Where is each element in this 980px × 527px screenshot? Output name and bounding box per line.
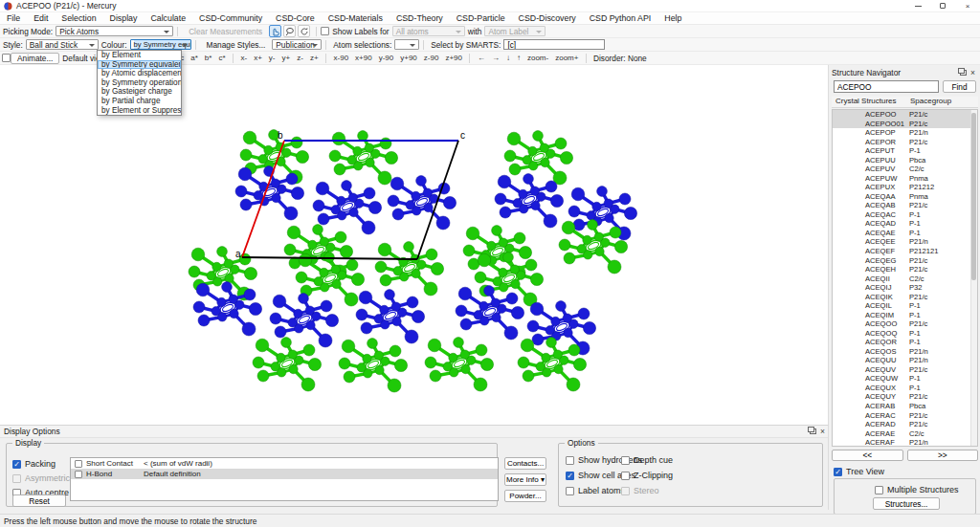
z-clipping-checkbox[interactable] bbox=[621, 472, 630, 480]
label-atoms-checkbox[interactable] bbox=[566, 487, 574, 495]
structure-row-ACEQUY[interactable]: ACEQUYP21/c bbox=[833, 392, 977, 402]
find-button[interactable]: Find bbox=[943, 80, 976, 93]
structure-row-ACEPUT[interactable]: ACEPUTP-1 bbox=[833, 146, 977, 156]
picking-mode-select[interactable]: Pick Atoms bbox=[56, 26, 173, 36]
structure-row-ACERAF[interactable]: ACERAFP21/n bbox=[833, 438, 977, 447]
structure-row-ACEQIK[interactable]: ACEQIKP21/c bbox=[833, 293, 977, 302]
asymmetric-unit-checkbox[interactable] bbox=[12, 474, 21, 483]
close-button[interactable]: × bbox=[955, 0, 980, 12]
packing-checkbox[interactable]: ✓ bbox=[12, 460, 21, 469]
menu-csd-discovery[interactable]: CSD-Discovery bbox=[512, 12, 583, 25]
menu-help[interactable]: Help bbox=[657, 12, 688, 25]
structure-row-ACEQII[interactable]: ACEQIIC2/c bbox=[833, 274, 977, 284]
contact-checkbox[interactable] bbox=[75, 471, 82, 478]
structure-row-ACERAD[interactable]: ACERADP21/c bbox=[833, 420, 977, 429]
labels-atoms-select[interactable]: All atoms bbox=[392, 26, 465, 36]
rotate-mode-icon[interactable] bbox=[298, 25, 310, 37]
structure-row-ACEPUV[interactable]: ACEPUVC2/c bbox=[833, 165, 977, 174]
powder-button[interactable]: Powder... bbox=[504, 490, 546, 502]
structure-row-ACEPUU[interactable]: ACEPUUPbca bbox=[833, 156, 977, 165]
structure-row-ACERAC[interactable]: ACERACP21/c bbox=[833, 411, 977, 421]
stereo-checkbox[interactable] bbox=[621, 487, 630, 495]
structure-row-ACEQEH[interactable]: ACEQEHP21/c bbox=[833, 265, 977, 274]
scrollbar-thumb[interactable] bbox=[971, 113, 976, 280]
undock-panel-icon[interactable] bbox=[810, 428, 816, 434]
structure-row-ACEPUX[interactable]: ACEPUXP21212 bbox=[833, 183, 977, 192]
show-labels-checkbox[interactable] bbox=[321, 27, 329, 35]
contact-checkbox[interactable] bbox=[75, 460, 82, 468]
contact-row-0[interactable]: Short Contact< (sum of vdW radii) bbox=[71, 458, 498, 469]
molecule-green[interactable] bbox=[518, 338, 587, 391]
structure-row-ACEQEF[interactable]: ACEQEFP212121 bbox=[833, 247, 977, 256]
structure-row-ACEQOQ[interactable]: ACEQOQP-1 bbox=[833, 329, 977, 339]
column-spacegroup[interactable]: Spacegroup bbox=[908, 97, 951, 107]
colour-menu-item-2[interactable]: by Atomic displacement bbox=[98, 69, 181, 78]
axis-view-button-5[interactable]: c* bbox=[215, 53, 229, 64]
contacts-button[interactable]: Contacts... bbox=[504, 457, 546, 470]
structure-row-ACEQEE[interactable]: ACEQEEP21/n bbox=[833, 237, 977, 247]
colour-menu-item-3[interactable]: by Symmetry operation bbox=[98, 78, 181, 88]
clear-measurements-button[interactable]: Clear Measurements bbox=[182, 26, 269, 37]
close-panel-icon[interactable]: × bbox=[970, 69, 975, 77]
rotate-button-4[interactable]: z- bbox=[294, 53, 307, 64]
structure-row-ACEQUU[interactable]: ACEQUUP21/n bbox=[833, 356, 977, 365]
previous-page-button[interactable]: << bbox=[832, 450, 903, 461]
rotate90-button-0[interactable]: x-90 bbox=[330, 53, 352, 64]
structure-row-ACEQAE[interactable]: ACEQAEP-1 bbox=[833, 229, 977, 238]
menu-calculate[interactable]: Calculate bbox=[144, 12, 192, 25]
structure-row-ACEQOR[interactable]: ACEQORP-1 bbox=[833, 338, 977, 347]
menu-csd-particle[interactable]: CSD-Particle bbox=[450, 12, 512, 25]
molecule-blue[interactable] bbox=[193, 282, 262, 336]
molecule-blue[interactable] bbox=[313, 181, 382, 234]
structure-row-ACEQAD[interactable]: ACEQADP-1 bbox=[833, 219, 977, 229]
molecule-blue[interactable] bbox=[527, 301, 596, 355]
structure-row-ACEPUW[interactable]: ACEPUWPnma bbox=[833, 174, 977, 184]
colour-menu-item-4[interactable]: by Gasteiger charge bbox=[98, 87, 181, 97]
structure-row-ACEPOR[interactable]: ACEPORP21/c bbox=[833, 138, 977, 147]
axis-view-button-3[interactable]: a* bbox=[188, 53, 202, 64]
manage-styles-button[interactable]: Manage Styles... bbox=[200, 39, 273, 51]
structure-row-ACEQUW[interactable]: ACEQUWP-1 bbox=[833, 374, 977, 384]
style-select[interactable]: Ball and Stick bbox=[26, 39, 99, 50]
menu-file[interactable]: File bbox=[0, 12, 27, 25]
menu-csd-core[interactable]: CSD-Core bbox=[269, 12, 322, 25]
menu-edit[interactable]: Edit bbox=[27, 12, 55, 25]
reset-button[interactable]: Reset bbox=[12, 494, 66, 507]
menu-csd-materials[interactable]: CSD-Materials bbox=[322, 12, 390, 25]
structure-row-ACEPOO01[interactable]: ACEPOO01P21/c bbox=[833, 120, 977, 129]
menu-display[interactable]: Display bbox=[103, 12, 145, 25]
minimize-button[interactable] bbox=[905, 0, 930, 12]
structure-row-ACEQIJ[interactable]: ACEQIJP32 bbox=[833, 283, 977, 293]
menu-selection[interactable]: Selection bbox=[55, 12, 102, 25]
structure-row-ACEQUV[interactable]: ACEQUVP21/c bbox=[833, 365, 977, 375]
scrollbar[interactable] bbox=[970, 110, 977, 446]
structure-row-ACEPOO[interactable]: ACEPOOP21/c bbox=[833, 110, 977, 120]
tree-view-checkbox[interactable]: ✓ bbox=[834, 468, 842, 476]
molecule-blue[interactable] bbox=[235, 166, 304, 220]
contact-row-1[interactable]: H-BondDefault definition bbox=[71, 469, 498, 479]
multiple-structures-checkbox[interactable] bbox=[875, 486, 883, 494]
colour-menu-item-6[interactable]: by Element or Suppression bbox=[98, 106, 181, 116]
rotate-button-3[interactable]: y+ bbox=[278, 53, 294, 64]
molecule-green[interactable] bbox=[425, 338, 494, 391]
colour-menu-item-0[interactable]: by Element bbox=[98, 51, 181, 60]
colour-menu-item-1[interactable]: by Symmetry equivalence bbox=[98, 60, 181, 70]
molecule-green[interactable] bbox=[504, 131, 573, 185]
molecule-blue[interactable] bbox=[356, 290, 425, 343]
structure-row-ACEQEG[interactable]: ACEQEGP21/c bbox=[833, 256, 977, 266]
structure-row-ACEPOP[interactable]: ACEPOPP21/n bbox=[833, 128, 977, 138]
column-crystal-structures[interactable]: Crystal Structures bbox=[832, 97, 908, 107]
molecule-blue[interactable] bbox=[568, 187, 637, 240]
menu-csd-theory[interactable]: CSD-Theory bbox=[390, 12, 450, 25]
pick-hand-icon[interactable] bbox=[269, 25, 281, 37]
structure-row-ACEQAB[interactable]: ACEQABP21/c bbox=[833, 201, 977, 210]
rotate90-button-4[interactable]: z-90 bbox=[420, 53, 442, 64]
menu-csd-community[interactable]: CSD-Community bbox=[192, 12, 269, 25]
lasso-select-icon[interactable] bbox=[283, 25, 296, 37]
colour-menu-item-5[interactable]: by Partial charge bbox=[98, 97, 181, 106]
structure-canvas[interactable]: bca bbox=[0, 65, 829, 425]
structure-row-ACERAB[interactable]: ACERABPbca bbox=[833, 402, 977, 411]
close-panel-icon[interactable]: × bbox=[820, 428, 825, 435]
more-info-button[interactable]: More Info ▾ bbox=[504, 473, 546, 486]
maximize-button[interactable] bbox=[930, 0, 955, 12]
